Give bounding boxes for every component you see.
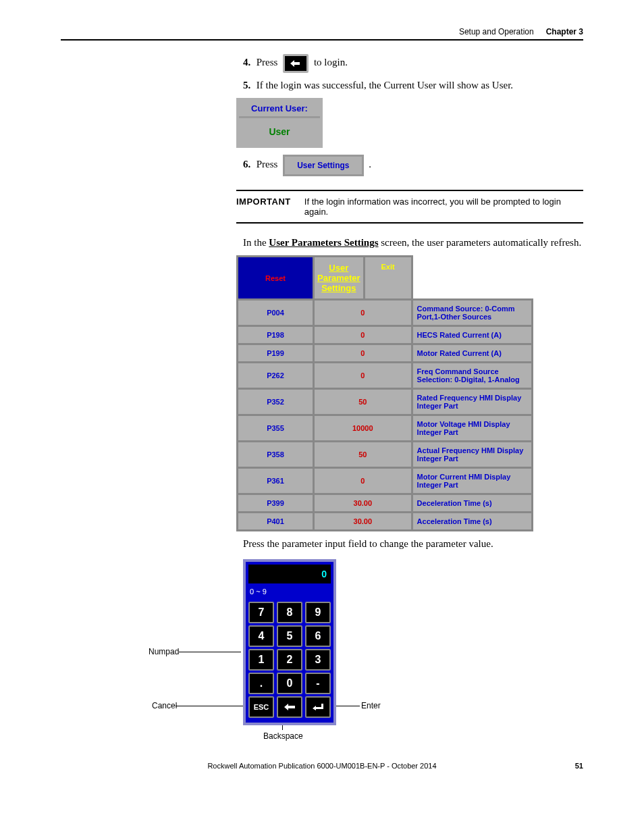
- body-text-1: In the User Parameters Settings screen, …: [243, 237, 583, 249]
- step-5-text: If the login was successful, the Current…: [257, 80, 513, 90]
- key-5[interactable]: 5: [277, 625, 302, 647]
- param-code: P352: [238, 389, 314, 415]
- key-dot[interactable]: .: [248, 673, 274, 694]
- param-desc: HECS Rated Current (A): [412, 326, 532, 344]
- param-desc: Motor Voltage HMI Display Integer Part: [412, 415, 532, 442]
- key-minus[interactable]: -: [305, 673, 331, 694]
- key-1[interactable]: 1: [248, 649, 274, 671]
- exit-button[interactable]: Exit: [363, 257, 411, 298]
- important-text: If the login information was incorrect, …: [304, 197, 583, 217]
- param-value[interactable]: 30.00: [314, 513, 412, 531]
- page-header: Setup and Operation Chapter 3: [61, 27, 583, 41]
- numpad-callout: Numpad: [149, 647, 179, 656]
- key-2[interactable]: 2: [277, 649, 302, 671]
- key-esc[interactable]: ESC: [248, 696, 274, 718]
- param-code: P199: [238, 344, 314, 363]
- table-row: P35510000Motor Voltage HMI Display Integ…: [238, 415, 533, 442]
- param-code: P399: [238, 494, 314, 513]
- numpad: 0 0 ~ 9 7 8 9 4 5 6 1 2: [243, 559, 336, 725]
- param-value[interactable]: 0: [314, 326, 412, 344]
- table-row: P40130.00Acceleration Time (s): [238, 513, 533, 531]
- param-desc: Motor Current HMI Display Integer Part: [412, 468, 532, 494]
- param-value[interactable]: 10000: [314, 415, 412, 442]
- page-footer: Rockwell Automation Publication 6000-UM0…: [61, 762, 583, 770]
- numpad-range: 0 ~ 9: [246, 586, 333, 597]
- param-value[interactable]: 50: [314, 389, 412, 415]
- table-row: P0040Command Source: 0-Comm Port,1-Other…: [238, 300, 533, 326]
- current-user-value: User: [239, 116, 320, 145]
- step-6-post: .: [369, 159, 371, 170]
- current-user-label: Current User:: [239, 101, 320, 116]
- table-row: P1990Motor Rated Current (A): [238, 344, 533, 363]
- key-3[interactable]: 3: [305, 649, 331, 671]
- step-4: 4. Press to login.: [243, 54, 583, 73]
- table-row: P35850Actual Frequency HMI Display Integ…: [238, 442, 533, 468]
- param-code: P198: [238, 326, 314, 344]
- header-chapter: Chapter 3: [546, 27, 583, 36]
- param-code: P004: [238, 300, 314, 326]
- step-4-post: to login.: [314, 57, 348, 68]
- param-desc: Command Source: 0-Comm Port,1-Other Sour…: [412, 300, 532, 326]
- current-user-panel: Current User: User: [236, 98, 323, 148]
- param-code: P361: [238, 468, 314, 494]
- enter-key-icon: [283, 54, 308, 73]
- footer-text: Rockwell Automation Publication 6000-UM0…: [207, 762, 436, 770]
- key-8[interactable]: 8: [277, 602, 302, 623]
- param-code: P262: [238, 363, 314, 389]
- header-section: Setup and Operation: [459, 27, 534, 36]
- key-9[interactable]: 9: [305, 602, 331, 623]
- body1-post: screen, the user parameters automaticall…: [379, 237, 582, 248]
- key-7[interactable]: 7: [248, 602, 274, 623]
- step-4-num: 4.: [243, 57, 254, 68]
- parameter-table: Reset x User Parameter Settings Exit P00…: [236, 255, 533, 531]
- important-label: IMPORTANT: [236, 197, 291, 217]
- step-4-pre: Press: [257, 57, 278, 68]
- param-code: P401: [238, 513, 314, 531]
- param-value[interactable]: 0: [314, 468, 412, 494]
- key-backspace[interactable]: [277, 696, 302, 718]
- param-desc: Acceleration Time (s): [412, 513, 532, 531]
- table-row: P39930.00Deceleration Time (s): [238, 494, 533, 513]
- param-desc: Actual Frequency HMI Display Integer Par…: [412, 442, 532, 468]
- param-desc: Freq Command Source Selection: 0-Digital…: [412, 363, 532, 389]
- step-6-num: 6.: [243, 159, 254, 170]
- user-parameters-settings-link: User Parameters Settings: [269, 237, 378, 248]
- numpad-line: [179, 652, 241, 652]
- user-settings-button[interactable]: User Settings: [283, 155, 363, 176]
- param-value[interactable]: 50: [314, 442, 412, 468]
- enter-arrow-icon: [312, 703, 324, 711]
- step-6-pre: Press: [257, 159, 278, 170]
- table-row: P35250Rated Frequency HMI Display Intege…: [238, 389, 533, 415]
- table-row: P1980HECS Rated Current (A): [238, 326, 533, 344]
- back-arrow-icon: [284, 703, 296, 711]
- param-value[interactable]: 0: [314, 300, 412, 326]
- key-0[interactable]: 0: [277, 673, 302, 694]
- param-value[interactable]: 0: [314, 363, 412, 389]
- table-row: P2620Freq Command Source Selection: 0-Di…: [238, 363, 533, 389]
- param-value[interactable]: 0: [314, 344, 412, 363]
- param-code: P355: [238, 415, 314, 442]
- param-desc: Rated Frequency HMI Display Integer Part: [412, 389, 532, 415]
- step-5-num: 5.: [243, 80, 254, 91]
- numpad-display: 0: [248, 565, 331, 583]
- cancel-line: [176, 706, 250, 706]
- key-6[interactable]: 6: [305, 625, 331, 647]
- important-box: IMPORTANT If the login information was i…: [236, 190, 583, 224]
- enter-callout: Enter: [361, 701, 381, 710]
- table-row: P3610Motor Current HMI Display Integer P…: [238, 468, 533, 494]
- page-number: 51: [575, 762, 583, 770]
- cancel-callout: Cancel: [152, 701, 177, 710]
- step-6: 6. Press User Settings .: [243, 155, 583, 176]
- reset-button[interactable]: Reset: [238, 257, 314, 300]
- param-desc: Motor Rated Current (A): [412, 344, 532, 363]
- key-enter[interactable]: [305, 696, 331, 718]
- body-text-2: Press the parameter input field to chang…: [243, 538, 583, 550]
- key-4[interactable]: 4: [248, 625, 274, 647]
- backspace-callout: Backspace: [263, 731, 303, 741]
- param-value[interactable]: 30.00: [314, 494, 412, 513]
- step-5: 5. If the login was successful, the Curr…: [243, 80, 583, 91]
- body1-pre: In the: [243, 237, 269, 248]
- param-code: P358: [238, 442, 314, 468]
- param-table-title-text: User Parameter Settings: [315, 257, 363, 298]
- param-desc: Deceleration Time (s): [412, 494, 532, 513]
